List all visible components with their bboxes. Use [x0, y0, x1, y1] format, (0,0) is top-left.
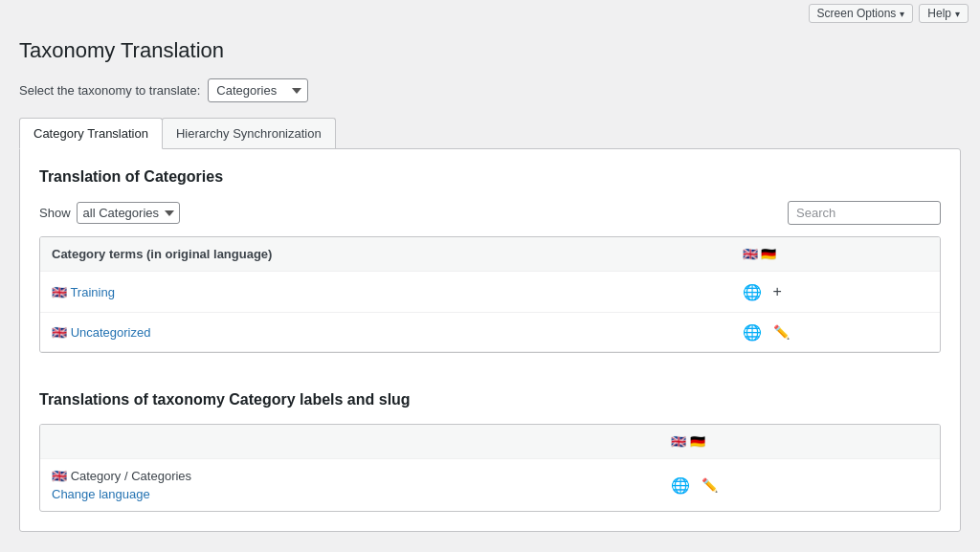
filter-row: Show all Categories [39, 201, 941, 225]
page-content: Taxonomy Translation Select the taxonomy… [0, 27, 980, 551]
table-header-row: Category terms (in original language) 🇬🇧… [40, 237, 940, 272]
labels-term-cell: 🇬🇧 Category / Categories Change language [40, 459, 659, 512]
taxonomy-select[interactable]: Categories Tags Post Format [208, 78, 308, 102]
tabs-container: Category Translation Hierarchy Synchroni… [19, 118, 961, 532]
screen-options-label: Screen Options [817, 7, 897, 20]
edit-label-button[interactable]: ✏️ [698, 475, 722, 495]
term-cell: 🇬🇧 Training [40, 272, 731, 313]
page-title: Taxonomy Translation [19, 38, 961, 63]
categories-table-wrapper: Category terms (in original language) 🇬🇧… [39, 236, 941, 353]
labels-col-flags: 🇬🇧 🇩🇪 [659, 425, 940, 459]
col-term-header: Category terms (in original language) [40, 237, 731, 272]
add-translation-button[interactable]: + [769, 281, 786, 302]
flag-uk: 🇬🇧 [52, 285, 67, 299]
edit-icon: ✏️ [773, 324, 790, 340]
globe-icon: 🌐 [743, 323, 762, 342]
section1-title: Translation of Categories [39, 168, 941, 186]
filter-show-label: Show [39, 206, 71, 220]
edit-icon: ✏️ [702, 477, 718, 493]
screen-options-button[interactable]: Screen Options ▾ [809, 4, 914, 23]
term-cell: 🇬🇧 Uncategorized [40, 313, 731, 352]
table-row: 🇬🇧 Training 🌐 + [40, 272, 940, 313]
tab-panel-category-translation: Translation of Categories Show all Categ… [19, 148, 961, 532]
term-link-training[interactable]: Training [70, 285, 114, 299]
actions-cell: 🌐 ✏️ [731, 313, 940, 352]
tabs: Category Translation Hierarchy Synchroni… [19, 118, 961, 148]
col-flags-header: 🇬🇧 🇩🇪 [731, 237, 940, 272]
flag-de: 🇩🇪 [690, 434, 705, 449]
table-row: 🇬🇧 Uncategorized 🌐 ✏️ [40, 313, 940, 352]
section-spacer [39, 372, 941, 391]
categories-table: Category terms (in original language) 🇬🇧… [40, 237, 940, 352]
section2-title: Translations of taxonomy Category labels… [39, 391, 941, 408]
flag-uk: 🇬🇧 [671, 434, 686, 449]
filter-select[interactable]: all Categories [77, 202, 180, 224]
filter-left: Show all Categories [39, 202, 180, 224]
labels-col-empty [40, 425, 659, 459]
flag-uk: 🇬🇧 [52, 469, 67, 483]
labels-header-row: 🇬🇧 🇩🇪 [40, 425, 940, 459]
plus-icon: + [773, 283, 782, 300]
taxonomy-select-row: Select the taxonomy to translate: Catego… [19, 78, 961, 102]
tab-hierarchy-synchronization[interactable]: Hierarchy Synchronization [162, 118, 336, 148]
taxonomy-select-label: Select the taxonomy to translate: [19, 83, 200, 98]
edit-translation-button[interactable]: ✏️ [769, 322, 793, 342]
actions-cell: 🌐 + [731, 272, 940, 313]
help-arrow-icon: ▾ [955, 9, 960, 19]
labels-actions-cell: 🌐 ✏️ [659, 459, 940, 512]
flag-de: 🇩🇪 [761, 247, 776, 261]
labels-table: 🇬🇧 🇩🇪 🇬🇧 Category / Categories Change la… [40, 425, 940, 511]
help-button[interactable]: Help ▾ [919, 4, 969, 23]
term-link-uncategorized[interactable]: Uncategorized [71, 325, 151, 340]
flag-uk: 🇬🇧 [743, 247, 758, 261]
tab-category-translation[interactable]: Category Translation [19, 118, 163, 149]
screen-options-arrow-icon: ▾ [900, 9, 904, 19]
labels-term-text: Category / Categories [71, 469, 191, 483]
labels-table-wrapper: 🇬🇧 🇩🇪 🇬🇧 Category / Categories Change la… [39, 424, 941, 512]
top-bar: Screen Options ▾ Help ▾ [0, 0, 980, 27]
globe-icon: 🌐 [743, 283, 762, 301]
table-row: 🇬🇧 Category / Categories Change language… [40, 459, 940, 512]
change-language-link[interactable]: Change language [52, 487, 648, 501]
globe-icon: 🌐 [671, 476, 690, 495]
search-input[interactable] [788, 201, 941, 225]
help-label: Help [927, 7, 951, 20]
flag-uk: 🇬🇧 [52, 325, 67, 340]
